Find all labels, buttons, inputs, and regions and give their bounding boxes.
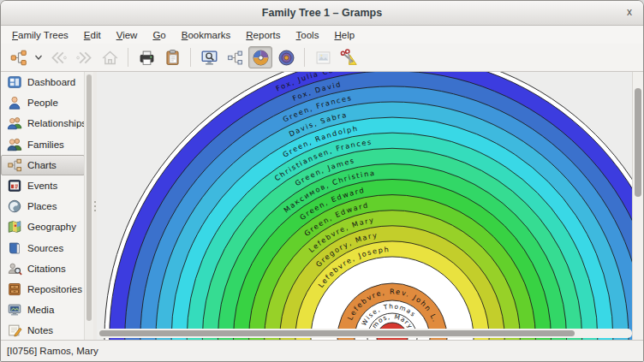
home-icon bbox=[101, 49, 119, 67]
menu-bar: Family TreesEditViewGoBookmarksReportsTo… bbox=[1, 26, 643, 44]
horizontal-scrollbar-thumb[interactable] bbox=[99, 330, 575, 336]
toolbar-separator bbox=[190, 48, 191, 67]
sidebar-item-label: Geography bbox=[27, 222, 76, 232]
sidebar-item-relationships[interactable]: Relationships bbox=[1, 113, 85, 134]
sidebar-item-label: Relationships bbox=[27, 118, 86, 128]
pedigree-view-button[interactable] bbox=[223, 46, 247, 68]
sidebar-item-label: Events bbox=[27, 181, 57, 191]
fan-chart-canvas[interactable]: Ramos, MaryWise, ThomasLefebvre, Rev. Jo… bbox=[97, 72, 643, 340]
vertical-scrollbar-thumb[interactable] bbox=[635, 88, 641, 197]
sidebar-scrollbar[interactable] bbox=[84, 72, 93, 340]
sidebar-item-label: Places bbox=[27, 201, 57, 211]
clipboard-button[interactable] bbox=[160, 46, 184, 68]
sidebar-item-places[interactable]: Places bbox=[1, 196, 85, 217]
menu-item-help[interactable]: Help bbox=[326, 28, 362, 42]
sidebar-item-label: Media bbox=[27, 305, 54, 315]
forward-icon bbox=[75, 49, 93, 67]
sidebar-item-label: Families bbox=[27, 139, 64, 150]
monitor-search-icon bbox=[200, 49, 218, 67]
navigator-sidebar: DashboardPeopleRelationshipsFamiliesChar… bbox=[1, 72, 93, 340]
media-icon bbox=[7, 302, 22, 317]
menu-item-tools[interactable]: Tools bbox=[289, 28, 327, 42]
print-button[interactable] bbox=[134, 46, 158, 68]
toolbar bbox=[1, 44, 643, 72]
tree-icon bbox=[9, 49, 27, 67]
horizontal-scrollbar[interactable] bbox=[98, 329, 632, 338]
fan-chart[interactable]: Ramos, MaryWise, ThomasLefebvre, Rev. Jo… bbox=[97, 72, 633, 340]
ancestry-dropdown-button[interactable] bbox=[32, 46, 45, 68]
fan-chart-2-icon bbox=[277, 49, 295, 67]
sidebar-item-events[interactable]: Events bbox=[1, 175, 85, 196]
sidebar-item-label: Charts bbox=[27, 160, 57, 170]
repositories-icon bbox=[7, 282, 22, 297]
menu-item-edit[interactable]: Edit bbox=[76, 28, 109, 42]
sidebar-item-label: Repositories bbox=[27, 284, 82, 294]
places-icon bbox=[7, 199, 22, 214]
sidebar-item-families[interactable]: Families bbox=[1, 134, 85, 155]
fan-chart-view-button[interactable] bbox=[248, 46, 272, 68]
active-person-status: [I0756] Ramos, Mary bbox=[7, 346, 98, 356]
geography-icon bbox=[7, 219, 22, 234]
vertical-scrollbar[interactable] bbox=[632, 72, 643, 340]
citations-icon bbox=[7, 261, 22, 276]
gramps-window: Family Tree 1 – Gramps x Family TreesEdi… bbox=[0, 0, 644, 362]
clip-button[interactable] bbox=[337, 46, 361, 68]
sidebar-item-label: Citations bbox=[27, 264, 66, 274]
sidebar-item-label: Dashboard bbox=[27, 77, 75, 87]
clipboard-icon bbox=[164, 49, 182, 67]
person-icon bbox=[7, 95, 22, 110]
window-title: Family Tree 1 – Gramps bbox=[262, 7, 382, 19]
sidebar-scrollbar-thumb[interactable] bbox=[86, 74, 92, 321]
notes-icon bbox=[7, 323, 22, 338]
menu-item-go[interactable]: Go bbox=[145, 28, 173, 42]
sidebar-item-label: Notes bbox=[27, 325, 53, 335]
main-content: DashboardPeopleRelationshipsFamiliesChar… bbox=[1, 72, 643, 340]
sidebar-item-label: Sources bbox=[27, 243, 63, 253]
ancestry-button[interactable] bbox=[6, 46, 30, 68]
sidebar-item-citations[interactable]: Citations bbox=[1, 258, 85, 279]
printer-icon bbox=[138, 49, 156, 67]
forward-button[interactable] bbox=[72, 46, 96, 68]
pedigree-icon bbox=[226, 49, 244, 67]
dashboard-icon bbox=[7, 74, 22, 90]
sidebar-item-notes[interactable]: Notes bbox=[1, 320, 85, 341]
sidebar-item-charts[interactable]: Charts bbox=[1, 155, 85, 175]
sidebar-item-repositories[interactable]: Repositories bbox=[1, 279, 85, 300]
sidebar-item-sources[interactable]: Sources bbox=[1, 238, 85, 258]
title-bar[interactable]: Family Tree 1 – Gramps x bbox=[1, 1, 643, 26]
menu-item-reports[interactable]: Reports bbox=[238, 28, 288, 42]
media-button[interactable] bbox=[311, 46, 335, 68]
two-way-fan-view-button[interactable] bbox=[274, 46, 298, 68]
sidebar-item-label: People bbox=[27, 98, 58, 108]
back-button[interactable] bbox=[46, 46, 70, 68]
home-button[interactable] bbox=[98, 46, 122, 68]
families-icon bbox=[7, 137, 22, 152]
menu-item-family-trees[interactable]: Family Trees bbox=[4, 28, 76, 42]
configure-view-button[interactable] bbox=[197, 46, 221, 68]
charts-icon bbox=[7, 157, 22, 173]
relationships-icon bbox=[7, 116, 22, 131]
sidebar-item-people[interactable]: People bbox=[1, 92, 85, 113]
toolbar-separator bbox=[128, 48, 128, 67]
menu-item-bookmarks[interactable]: Bookmarks bbox=[174, 28, 239, 42]
sources-icon bbox=[7, 240, 22, 256]
image-icon bbox=[314, 49, 332, 67]
menu-item-view[interactable]: View bbox=[109, 28, 146, 42]
fan-chart-icon bbox=[252, 49, 270, 67]
sidebar-item-media[interactable]: Media bbox=[1, 300, 85, 320]
sidebar-item-geography[interactable]: Geography bbox=[1, 217, 85, 237]
status-bar: [I0756] Ramos, Mary bbox=[1, 340, 643, 361]
toolbar-separator bbox=[304, 48, 305, 67]
chevron-down-icon bbox=[33, 52, 44, 62]
sidebar-item-dashboard[interactable]: Dashboard bbox=[1, 72, 85, 92]
scissors-icon bbox=[340, 49, 358, 67]
close-window-icon[interactable]: x bbox=[627, 6, 632, 18]
back-icon bbox=[50, 49, 68, 67]
events-icon bbox=[7, 178, 22, 193]
